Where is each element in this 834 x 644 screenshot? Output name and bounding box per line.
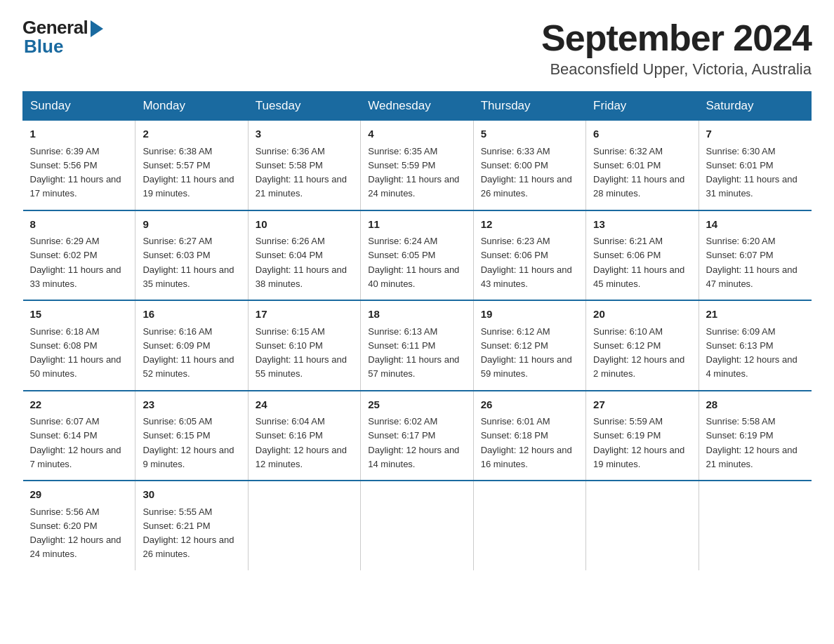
day-number: 19 — [481, 307, 578, 323]
calendar-cell: 30Sunrise: 5:55 AMSunset: 6:21 PMDayligh… — [135, 481, 248, 570]
calendar-cell: 4Sunrise: 6:35 AMSunset: 5:59 PMDaylight… — [361, 121, 473, 210]
page-title: September 2024 — [541, 17, 812, 59]
day-number: 18 — [368, 307, 465, 323]
calendar-cell — [361, 481, 473, 570]
calendar-cell: 28Sunrise: 5:58 AMSunset: 6:19 PMDayligh… — [699, 391, 811, 481]
calendar-cell: 20Sunrise: 6:10 AMSunset: 6:12 PMDayligh… — [586, 300, 699, 391]
day-info: Sunrise: 6:02 AMSunset: 6:17 PMDaylight:… — [368, 416, 459, 469]
day-info: Sunrise: 6:18 AMSunset: 6:08 PMDaylight:… — [30, 326, 121, 380]
logo: General Blue — [22, 17, 103, 58]
day-info: Sunrise: 6:36 AMSunset: 5:58 PMDaylight:… — [256, 146, 347, 199]
day-number: 11 — [368, 217, 465, 233]
day-number: 25 — [368, 397, 465, 413]
day-info: Sunrise: 6:29 AMSunset: 6:02 PMDaylight:… — [30, 236, 121, 289]
calendar-cell: 24Sunrise: 6:04 AMSunset: 6:16 PMDayligh… — [248, 391, 360, 481]
calendar-cell: 22Sunrise: 6:07 AMSunset: 6:14 PMDayligh… — [23, 391, 135, 481]
calendar-cell: 5Sunrise: 6:33 AMSunset: 6:00 PMDaylight… — [473, 121, 585, 210]
day-number: 12 — [481, 217, 578, 233]
day-number: 26 — [481, 397, 578, 413]
day-number: 16 — [143, 307, 240, 323]
calendar-cell — [699, 481, 811, 570]
day-number: 17 — [256, 307, 353, 323]
day-info: Sunrise: 6:07 AMSunset: 6:14 PMDaylight:… — [30, 416, 121, 469]
calendar-cell: 16Sunrise: 6:16 AMSunset: 6:09 PMDayligh… — [135, 300, 248, 391]
page-subtitle: Beaconsfield Upper, Victoria, Australia — [541, 60, 812, 79]
logo-blue-text: Blue — [22, 36, 63, 58]
day-number: 4 — [368, 126, 465, 142]
day-info: Sunrise: 6:35 AMSunset: 5:59 PMDaylight:… — [368, 146, 459, 199]
day-number: 28 — [706, 397, 805, 413]
day-info: Sunrise: 5:59 AMSunset: 6:19 PMDaylight:… — [593, 416, 684, 469]
calendar-cell — [473, 481, 585, 570]
day-number: 1 — [30, 126, 128, 142]
calendar-cell — [248, 481, 360, 570]
day-info: Sunrise: 6:16 AMSunset: 6:09 PMDaylight:… — [143, 326, 234, 380]
day-info: Sunrise: 6:13 AMSunset: 6:11 PMDaylight:… — [368, 326, 459, 380]
day-info: Sunrise: 6:12 AMSunset: 6:12 PMDaylight:… — [481, 326, 572, 380]
day-info: Sunrise: 6:24 AMSunset: 6:05 PMDaylight:… — [368, 236, 459, 289]
day-info: Sunrise: 6:23 AMSunset: 6:06 PMDaylight:… — [481, 236, 572, 289]
day-info: Sunrise: 6:21 AMSunset: 6:06 PMDaylight:… — [593, 236, 684, 289]
day-number: 21 — [706, 307, 805, 323]
calendar-cell: 6Sunrise: 6:32 AMSunset: 6:01 PMDaylight… — [586, 121, 699, 210]
calendar-header-row: SundayMondayTuesdayWednesdayThursdayFrid… — [23, 92, 812, 121]
calendar-cell: 29Sunrise: 5:56 AMSunset: 6:20 PMDayligh… — [23, 481, 135, 570]
calendar-cell: 25Sunrise: 6:02 AMSunset: 6:17 PMDayligh… — [361, 391, 473, 481]
day-number: 10 — [256, 217, 353, 233]
day-info: Sunrise: 6:27 AMSunset: 6:03 PMDaylight:… — [143, 236, 234, 289]
calendar-cell: 23Sunrise: 6:05 AMSunset: 6:15 PMDayligh… — [135, 391, 248, 481]
calendar-cell: 10Sunrise: 6:26 AMSunset: 6:04 PMDayligh… — [248, 210, 360, 301]
calendar-cell: 26Sunrise: 6:01 AMSunset: 6:18 PMDayligh… — [473, 391, 585, 481]
day-number: 2 — [143, 126, 240, 142]
day-number: 20 — [593, 307, 691, 323]
weekday-header-tuesday: Tuesday — [248, 92, 360, 121]
calendar-cell: 27Sunrise: 5:59 AMSunset: 6:19 PMDayligh… — [586, 391, 699, 481]
weekday-header-thursday: Thursday — [473, 92, 585, 121]
day-number: 27 — [593, 397, 691, 413]
day-number: 23 — [143, 397, 240, 413]
calendar-week-row: 15Sunrise: 6:18 AMSunset: 6:08 PMDayligh… — [23, 300, 812, 391]
calendar-cell: 11Sunrise: 6:24 AMSunset: 6:05 PMDayligh… — [361, 210, 473, 301]
day-info: Sunrise: 5:55 AMSunset: 6:21 PMDaylight:… — [143, 507, 234, 560]
day-info: Sunrise: 6:32 AMSunset: 6:01 PMDaylight:… — [593, 146, 684, 199]
logo-arrow-icon — [91, 20, 103, 37]
calendar-cell: 3Sunrise: 6:36 AMSunset: 5:58 PMDaylight… — [248, 121, 360, 210]
weekday-header-wednesday: Wednesday — [361, 92, 473, 121]
calendar-cell: 13Sunrise: 6:21 AMSunset: 6:06 PMDayligh… — [586, 210, 699, 301]
calendar-cell: 1Sunrise: 6:39 AMSunset: 5:56 PMDaylight… — [23, 121, 135, 210]
weekday-header-saturday: Saturday — [699, 92, 811, 121]
calendar-week-row: 22Sunrise: 6:07 AMSunset: 6:14 PMDayligh… — [23, 391, 812, 481]
calendar-cell: 9Sunrise: 6:27 AMSunset: 6:03 PMDaylight… — [135, 210, 248, 301]
day-number: 13 — [593, 217, 691, 233]
weekday-header-monday: Monday — [135, 92, 248, 121]
calendar-cell: 15Sunrise: 6:18 AMSunset: 6:08 PMDayligh… — [23, 300, 135, 391]
day-info: Sunrise: 6:15 AMSunset: 6:10 PMDaylight:… — [256, 326, 347, 380]
calendar-cell: 17Sunrise: 6:15 AMSunset: 6:10 PMDayligh… — [248, 300, 360, 391]
day-info: Sunrise: 6:10 AMSunset: 6:12 PMDaylight:… — [593, 326, 684, 380]
day-number: 22 — [30, 397, 128, 413]
day-info: Sunrise: 6:01 AMSunset: 6:18 PMDaylight:… — [481, 416, 572, 469]
day-info: Sunrise: 6:33 AMSunset: 6:00 PMDaylight:… — [481, 146, 572, 199]
day-info: Sunrise: 5:58 AMSunset: 6:19 PMDaylight:… — [706, 416, 797, 469]
day-number: 6 — [593, 126, 691, 142]
calendar-cell: 19Sunrise: 6:12 AMSunset: 6:12 PMDayligh… — [473, 300, 585, 391]
day-number: 7 — [706, 126, 805, 142]
day-info: Sunrise: 6:38 AMSunset: 5:57 PMDaylight:… — [143, 146, 234, 199]
day-info: Sunrise: 6:09 AMSunset: 6:13 PMDaylight:… — [706, 326, 797, 380]
calendar-cell — [586, 481, 699, 570]
calendar-cell: 7Sunrise: 6:30 AMSunset: 6:01 PMDaylight… — [699, 121, 811, 210]
title-block: September 2024 Beaconsfield Upper, Victo… — [541, 17, 812, 79]
day-number: 3 — [256, 126, 353, 142]
calendar-week-row: 8Sunrise: 6:29 AMSunset: 6:02 PMDaylight… — [23, 210, 812, 301]
weekday-header-friday: Friday — [586, 92, 699, 121]
day-info: Sunrise: 6:20 AMSunset: 6:07 PMDaylight:… — [706, 236, 797, 289]
calendar-cell: 18Sunrise: 6:13 AMSunset: 6:11 PMDayligh… — [361, 300, 473, 391]
day-number: 8 — [30, 217, 128, 233]
calendar-cell: 12Sunrise: 6:23 AMSunset: 6:06 PMDayligh… — [473, 210, 585, 301]
day-info: Sunrise: 6:39 AMSunset: 5:56 PMDaylight:… — [30, 146, 121, 199]
day-info: Sunrise: 6:30 AMSunset: 6:01 PMDaylight:… — [706, 146, 797, 199]
day-info: Sunrise: 6:05 AMSunset: 6:15 PMDaylight:… — [143, 416, 234, 469]
day-number: 14 — [706, 217, 805, 233]
day-info: Sunrise: 6:26 AMSunset: 6:04 PMDaylight:… — [256, 236, 347, 289]
calendar-cell: 14Sunrise: 6:20 AMSunset: 6:07 PMDayligh… — [699, 210, 811, 301]
